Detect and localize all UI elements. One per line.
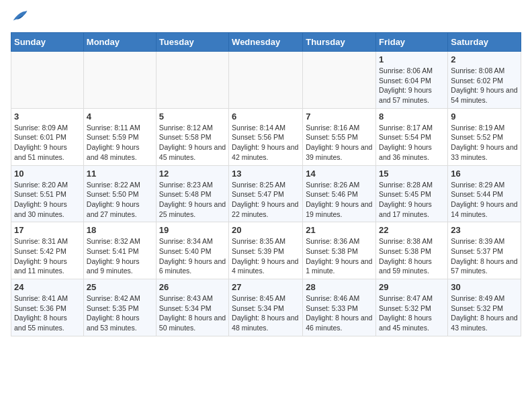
calendar-cell: 15Sunrise: 8:28 AM Sunset: 5:45 PM Dayli…	[376, 165, 448, 222]
day-info: Sunrise: 8:49 AM Sunset: 5:32 PM Dayligh…	[451, 293, 518, 333]
calendar-cell: 23Sunrise: 8:39 AM Sunset: 5:37 PM Dayli…	[448, 222, 521, 279]
calendar-header-row: SundayMondayTuesdayWednesdayThursdayFrid…	[11, 33, 521, 52]
calendar-cell: 2Sunrise: 8:08 AM Sunset: 6:02 PM Daylig…	[448, 52, 521, 109]
day-info: Sunrise: 8:43 AM Sunset: 5:34 PM Dayligh…	[159, 293, 226, 333]
calendar-cell: 17Sunrise: 8:31 AM Sunset: 5:42 PM Dayli…	[11, 222, 84, 279]
calendar-cell: 5Sunrise: 8:12 AM Sunset: 5:58 PM Daylig…	[156, 108, 228, 165]
day-number: 13	[232, 169, 300, 179]
calendar-cell	[303, 52, 376, 109]
weekday-header-saturday: Saturday	[448, 33, 521, 52]
day-info: Sunrise: 8:14 AM Sunset: 5:56 PM Dayligh…	[232, 123, 300, 163]
calendar-cell: 14Sunrise: 8:26 AM Sunset: 5:46 PM Dayli…	[303, 165, 376, 222]
calendar-cell: 28Sunrise: 8:46 AM Sunset: 5:33 PM Dayli…	[303, 279, 376, 336]
calendar-cell	[156, 52, 228, 109]
day-number: 21	[306, 225, 373, 235]
weekday-header-thursday: Thursday	[303, 33, 376, 52]
calendar-cell	[229, 52, 303, 109]
calendar-cell: 10Sunrise: 8:20 AM Sunset: 5:51 PM Dayli…	[11, 165, 84, 222]
calendar-cell: 22Sunrise: 8:38 AM Sunset: 5:38 PM Dayli…	[376, 222, 448, 279]
day-number: 18	[87, 225, 153, 235]
day-info: Sunrise: 8:46 AM Sunset: 5:33 PM Dayligh…	[306, 293, 373, 333]
day-info: Sunrise: 8:34 AM Sunset: 5:40 PM Dayligh…	[159, 236, 226, 276]
calendar-week-row: 10Sunrise: 8:20 AM Sunset: 5:51 PM Dayli…	[11, 165, 521, 222]
day-info: Sunrise: 8:35 AM Sunset: 5:39 PM Dayligh…	[232, 236, 300, 276]
calendar-cell: 21Sunrise: 8:36 AM Sunset: 5:38 PM Dayli…	[303, 222, 376, 279]
day-info: Sunrise: 8:42 AM Sunset: 5:35 PM Dayligh…	[87, 293, 153, 333]
calendar-cell	[11, 52, 84, 109]
day-number: 25	[87, 282, 153, 292]
day-number: 28	[306, 282, 373, 292]
calendar-table: SundayMondayTuesdayWednesdayThursdayFrid…	[11, 32, 521, 336]
day-info: Sunrise: 8:22 AM Sunset: 5:50 PM Dayligh…	[87, 180, 153, 220]
calendar-cell: 4Sunrise: 8:11 AM Sunset: 5:59 PM Daylig…	[83, 108, 156, 165]
calendar-cell	[83, 52, 156, 109]
calendar-cell: 11Sunrise: 8:22 AM Sunset: 5:50 PM Dayli…	[83, 165, 156, 222]
day-number: 7	[306, 111, 373, 122]
day-number: 6	[232, 111, 300, 122]
day-info: Sunrise: 8:08 AM Sunset: 6:02 PM Dayligh…	[451, 66, 518, 105]
calendar-cell: 18Sunrise: 8:32 AM Sunset: 5:41 PM Dayli…	[83, 222, 156, 279]
calendar-week-row: 24Sunrise: 8:41 AM Sunset: 5:36 PM Dayli…	[11, 279, 521, 336]
calendar-cell: 29Sunrise: 8:47 AM Sunset: 5:32 PM Dayli…	[376, 279, 448, 336]
day-number: 20	[232, 225, 300, 235]
day-number: 11	[87, 169, 153, 179]
day-number: 19	[159, 225, 226, 235]
day-info: Sunrise: 8:41 AM Sunset: 5:36 PM Dayligh…	[14, 293, 81, 333]
calendar-cell: 26Sunrise: 8:43 AM Sunset: 5:34 PM Dayli…	[156, 279, 228, 336]
day-number: 17	[14, 225, 81, 235]
calendar-cell: 1Sunrise: 8:06 AM Sunset: 6:04 PM Daylig…	[376, 52, 448, 109]
calendar-cell: 3Sunrise: 8:09 AM Sunset: 6:01 PM Daylig…	[11, 108, 84, 165]
day-number: 16	[451, 169, 518, 179]
calendar-cell: 25Sunrise: 8:42 AM Sunset: 5:35 PM Dayli…	[83, 279, 156, 336]
calendar-cell: 30Sunrise: 8:49 AM Sunset: 5:32 PM Dayli…	[448, 279, 521, 336]
day-number: 9	[451, 111, 518, 122]
day-info: Sunrise: 8:38 AM Sunset: 5:38 PM Dayligh…	[379, 236, 445, 276]
day-info: Sunrise: 8:17 AM Sunset: 5:54 PM Dayligh…	[379, 123, 445, 163]
day-number: 10	[14, 169, 81, 179]
day-number: 22	[379, 225, 445, 235]
day-info: Sunrise: 8:16 AM Sunset: 5:55 PM Dayligh…	[306, 123, 373, 163]
calendar-cell: 7Sunrise: 8:16 AM Sunset: 5:55 PM Daylig…	[303, 108, 376, 165]
day-number: 4	[87, 111, 153, 122]
day-number: 26	[159, 282, 226, 292]
day-number: 24	[14, 282, 81, 292]
day-number: 15	[379, 169, 445, 179]
calendar-cell: 6Sunrise: 8:14 AM Sunset: 5:56 PM Daylig…	[229, 108, 303, 165]
calendar-cell: 19Sunrise: 8:34 AM Sunset: 5:40 PM Dayli…	[156, 222, 228, 279]
calendar-week-row: 3Sunrise: 8:09 AM Sunset: 6:01 PM Daylig…	[11, 108, 521, 165]
logo	[11, 11, 28, 24]
day-info: Sunrise: 8:09 AM Sunset: 6:01 PM Dayligh…	[14, 123, 81, 163]
day-info: Sunrise: 8:28 AM Sunset: 5:45 PM Dayligh…	[379, 180, 445, 220]
day-info: Sunrise: 8:47 AM Sunset: 5:32 PM Dayligh…	[379, 293, 445, 333]
calendar-cell: 16Sunrise: 8:29 AM Sunset: 5:44 PM Dayli…	[448, 165, 521, 222]
calendar-cell: 20Sunrise: 8:35 AM Sunset: 5:39 PM Dayli…	[229, 222, 303, 279]
day-info: Sunrise: 8:39 AM Sunset: 5:37 PM Dayligh…	[451, 236, 518, 276]
day-info: Sunrise: 8:45 AM Sunset: 5:34 PM Dayligh…	[232, 293, 300, 333]
day-info: Sunrise: 8:19 AM Sunset: 5:52 PM Dayligh…	[451, 123, 518, 163]
day-info: Sunrise: 8:36 AM Sunset: 5:38 PM Dayligh…	[306, 236, 373, 276]
day-number: 30	[451, 282, 518, 292]
day-info: Sunrise: 8:26 AM Sunset: 5:46 PM Dayligh…	[306, 180, 373, 220]
weekday-header-sunday: Sunday	[11, 33, 84, 52]
calendar-cell: 27Sunrise: 8:45 AM Sunset: 5:34 PM Dayli…	[229, 279, 303, 336]
logo-bird-icon	[12, 9, 28, 23]
calendar-cell: 12Sunrise: 8:23 AM Sunset: 5:48 PM Dayli…	[156, 165, 228, 222]
weekday-header-wednesday: Wednesday	[229, 33, 303, 52]
day-info: Sunrise: 8:23 AM Sunset: 5:48 PM Dayligh…	[159, 180, 226, 220]
weekday-header-monday: Monday	[83, 33, 156, 52]
day-info: Sunrise: 8:25 AM Sunset: 5:47 PM Dayligh…	[232, 180, 300, 220]
day-number: 14	[306, 169, 373, 179]
calendar-cell: 24Sunrise: 8:41 AM Sunset: 5:36 PM Dayli…	[11, 279, 84, 336]
day-info: Sunrise: 8:29 AM Sunset: 5:44 PM Dayligh…	[451, 180, 518, 220]
day-number: 1	[379, 54, 445, 64]
day-info: Sunrise: 8:20 AM Sunset: 5:51 PM Dayligh…	[14, 180, 81, 220]
day-number: 23	[451, 225, 518, 235]
calendar-cell: 13Sunrise: 8:25 AM Sunset: 5:47 PM Dayli…	[229, 165, 303, 222]
day-number: 8	[379, 111, 445, 122]
day-info: Sunrise: 8:32 AM Sunset: 5:41 PM Dayligh…	[87, 236, 153, 276]
day-info: Sunrise: 8:31 AM Sunset: 5:42 PM Dayligh…	[14, 236, 81, 276]
day-info: Sunrise: 8:06 AM Sunset: 6:04 PM Dayligh…	[379, 66, 445, 105]
weekday-header-tuesday: Tuesday	[156, 33, 228, 52]
calendar-week-row: 1Sunrise: 8:06 AM Sunset: 6:04 PM Daylig…	[11, 52, 521, 109]
day-info: Sunrise: 8:12 AM Sunset: 5:58 PM Dayligh…	[159, 123, 226, 163]
